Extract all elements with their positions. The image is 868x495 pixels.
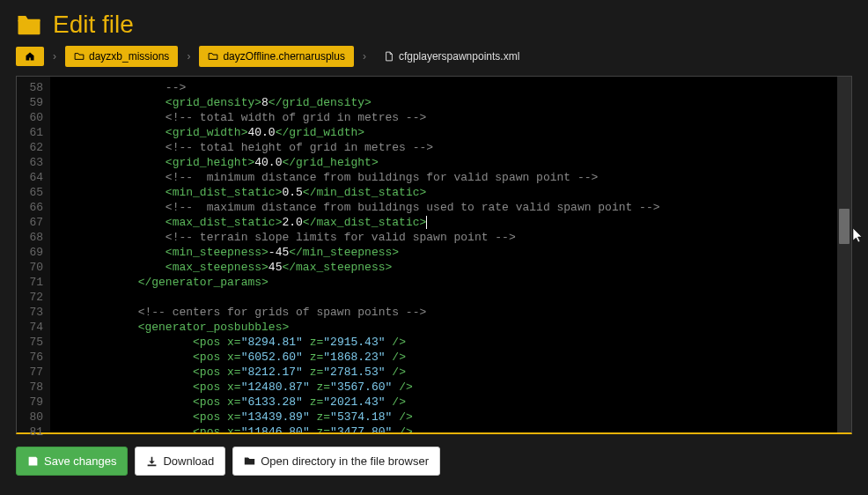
save-icon bbox=[27, 455, 39, 467]
breadcrumb-label: dayzxb_missions bbox=[89, 50, 169, 63]
breadcrumb-file-label: cfgplayerspawnpoints.xml bbox=[399, 50, 519, 63]
breadcrumb-file[interactable]: cfgplayerspawnpoints.xml bbox=[375, 46, 528, 67]
breadcrumb-label: dayzOffline.chernarusplus bbox=[223, 50, 345, 63]
home-icon bbox=[25, 51, 35, 62]
download-button-label: Download bbox=[163, 454, 214, 468]
scrollbar-vertical[interactable] bbox=[837, 77, 851, 432]
scrollbar-thumb[interactable] bbox=[839, 209, 850, 244]
open-directory-button[interactable]: Open directory in the file browser bbox=[232, 447, 440, 476]
breadcrumb-home[interactable] bbox=[16, 47, 44, 66]
folder-icon bbox=[16, 13, 42, 36]
folder-outline-icon bbox=[74, 51, 85, 62]
chevron-right-icon: › bbox=[44, 50, 65, 63]
breadcrumb: › dayzxb_missions › dayzOffline.chernaru… bbox=[0, 46, 868, 76]
code-editor[interactable]: 5859606162636465666768697071727374757677… bbox=[16, 76, 852, 434]
breadcrumb-item-1[interactable]: dayzOffline.chernarusplus bbox=[199, 46, 354, 67]
breadcrumb-item-0[interactable]: dayzxb_missions bbox=[65, 46, 178, 67]
line-gutter: 5859606162636465666768697071727374757677… bbox=[17, 77, 50, 432]
save-button[interactable]: Save changes bbox=[16, 447, 128, 476]
chevron-right-icon: › bbox=[354, 50, 375, 63]
save-button-label: Save changes bbox=[44, 454, 116, 468]
folder-icon bbox=[244, 455, 255, 467]
file-icon bbox=[384, 51, 394, 62]
download-button[interactable]: Download bbox=[135, 447, 225, 476]
folder-outline-icon bbox=[208, 51, 218, 62]
download-icon bbox=[146, 455, 158, 467]
mouse-cursor-icon bbox=[852, 227, 864, 245]
page-title: Edit file bbox=[53, 11, 134, 39]
chevron-right-icon: › bbox=[178, 50, 199, 63]
code-content[interactable]: --> <grid_density>8</grid_density> <!-- … bbox=[50, 77, 837, 432]
open-directory-button-label: Open directory in the file browser bbox=[261, 454, 429, 468]
